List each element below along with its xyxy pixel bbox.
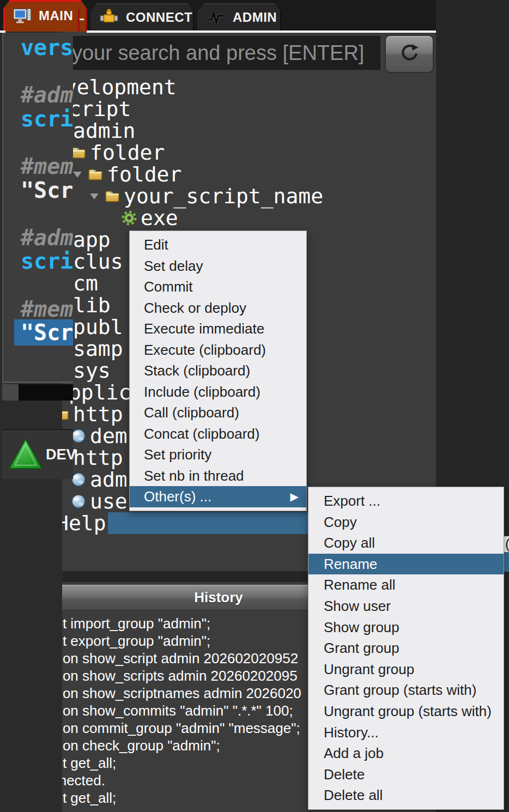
menu-item-label: Check or deploy (144, 300, 246, 316)
globe-icon (70, 493, 87, 510)
menu-item-label: Ungrant group (starts with) (324, 703, 492, 719)
tree-item-label: http (73, 447, 123, 469)
connector-icon (99, 8, 119, 27)
monitor-icon (12, 6, 32, 26)
collapse-triangle-icon[interactable] (73, 172, 82, 178)
code-blank-line (21, 202, 73, 226)
menu-item-label: Ungrant group (324, 661, 414, 677)
menu-item-stack-clipboard[interactable]: Stack (clipboard) (130, 360, 306, 381)
tab-connect[interactable]: CONNECT (90, 3, 194, 32)
tab-label: ADMIN (233, 10, 277, 25)
tab-main[interactable]: MAIN (3, 0, 80, 32)
menu-item-include-clipboard[interactable]: Include (clipboard) (130, 381, 306, 403)
tree-item-label: app (73, 229, 111, 251)
tree-item-label: folder (90, 142, 165, 163)
menu-item-set-delay[interactable]: Set delay (130, 256, 306, 277)
menu-item-execute-clipboard[interactable]: Execute (clipboard) (130, 340, 306, 361)
code-text: "Scr (21, 178, 73, 203)
tree-item-label: dem (90, 425, 128, 447)
refresh-button[interactable] (385, 35, 434, 73)
menu-item-add-a-job[interactable]: Add a job (308, 743, 504, 764)
folder-icon (104, 188, 120, 204)
menu-item-label: Copy all (324, 535, 375, 551)
tab-label: MAIN (39, 8, 73, 23)
menu-item-ungrant-group-starts-with[interactable]: Ungrant group (starts with) (308, 701, 504, 722)
code-line: #mem (21, 155, 73, 179)
menu-item-label: Stack (clipboard) (144, 362, 250, 379)
code-line: #mem (21, 298, 73, 322)
tree-item-label: Help (56, 512, 106, 534)
history-entry-text: version show_scriptnames admin 2026020 (33, 684, 301, 702)
menu-item-label: Delete (324, 766, 365, 783)
code-text: #mem (21, 296, 73, 322)
status-triangle-icon (8, 438, 44, 472)
tree-item-label: lib (73, 294, 111, 316)
menu-item-label: Set nb in thread (144, 468, 244, 484)
code-editor[interactable]: vers#admscri#mem"Scr#admscri#mem"Scr (2, 33, 73, 383)
menu-item-copy[interactable]: Copy (308, 512, 504, 533)
tab-underline (87, 31, 436, 33)
menu-item-label: Show user (324, 598, 391, 614)
menu-item-delete-all[interactable]: Delete all (308, 785, 504, 806)
folder-icon (87, 166, 104, 183)
editor-scrollbar[interactable] (2, 384, 73, 401)
tree-item-label: exe (141, 207, 178, 229)
tree-item-label: publ (73, 316, 123, 338)
menu-item-label: Execute immediate (144, 320, 264, 337)
menu-item-history[interactable]: History... (308, 722, 504, 743)
code-line: vers (21, 36, 73, 60)
code-text: "Scr (14, 319, 73, 346)
history-title: History (194, 589, 243, 606)
menu-item-rename-all[interactable]: Rename all (308, 574, 504, 596)
code-blank-line (21, 131, 73, 155)
tree-item-label: your_script_name (124, 185, 323, 207)
menu-item-show-user[interactable]: Show user (308, 596, 504, 617)
menu-item-set-priority[interactable]: Set priority (130, 444, 306, 465)
code-text: #adm (21, 82, 73, 107)
tab-admin[interactable]: ADMIN (197, 3, 281, 32)
menu-item-grant-group[interactable]: Grant group (308, 638, 504, 659)
code-line: #adm (21, 83, 73, 107)
menu-item-label: Rename (324, 556, 377, 572)
right-panel: MAIN vers#admscri#mem"Scr#admscri#mem"Sc… (0, 0, 62, 812)
code-blank-line (21, 274, 73, 298)
menu-item-label: History... (324, 724, 379, 741)
menu-item-export[interactable]: Export ... (308, 490, 504, 512)
tree-item-label: cm (73, 272, 98, 294)
code-text: scri (21, 106, 73, 131)
gear-icon (121, 210, 137, 226)
tree-item-label: sys (73, 360, 111, 381)
code-line: "Scr (21, 321, 73, 345)
history-entry-text: version show_script admin 202602020952 (33, 650, 298, 667)
menu-item-label: Grant group (starts with) (324, 682, 476, 698)
menu-item-show-group[interactable]: Show group (308, 617, 504, 638)
menu-item-other-s[interactable]: Other(s) ...▶ (130, 486, 306, 507)
submenu-arrow-icon: ▶ (290, 486, 299, 507)
menu-item-delete[interactable]: Delete (308, 764, 504, 785)
menu-item-commit[interactable]: Commit (130, 276, 306, 298)
tab-label: CONNECT (126, 10, 192, 25)
menu-item-set-nb-in-thread[interactable]: Set nb in thread (130, 465, 306, 487)
menu-item-grant-group-starts-with[interactable]: Grant group (starts with) (308, 680, 504, 701)
code-line: #adm (21, 226, 73, 250)
menu-item-label: Show group (324, 619, 399, 635)
menu-item-concat-clipboard[interactable]: Concat (clipboard) (130, 423, 306, 445)
menu-item-label: Concat (clipboard) (144, 426, 259, 442)
tree-item-label: adm (90, 469, 128, 490)
menu-item-edit[interactable]: Edit (130, 234, 306, 256)
menu-item-call-clipboard[interactable]: Call (clipboard) (130, 402, 306, 423)
menu-item-label: Grant group (324, 640, 399, 656)
menu-item-rename[interactable]: Rename (308, 554, 504, 575)
dev-status-panel: DEV (2, 429, 73, 479)
history-entry-text: version show_scripts admin 20260202095 (33, 667, 298, 684)
tree-item-label: clus (73, 251, 123, 272)
dev-status-label: DEV (46, 430, 76, 479)
tree-item-label: admin (73, 120, 135, 142)
menu-item-copy-all[interactable]: Copy all (308, 532, 504, 554)
menu-item-execute-immediate[interactable]: Execute immediate (130, 318, 306, 340)
menu-item-check-or-deploy[interactable]: Check or deploy (130, 298, 306, 319)
code-text: scri (21, 249, 73, 274)
menu-item-ungrant-group[interactable]: Ungrant group (308, 659, 504, 680)
menu-item-label: Delete all (324, 787, 383, 803)
collapse-triangle-icon[interactable] (90, 193, 99, 199)
